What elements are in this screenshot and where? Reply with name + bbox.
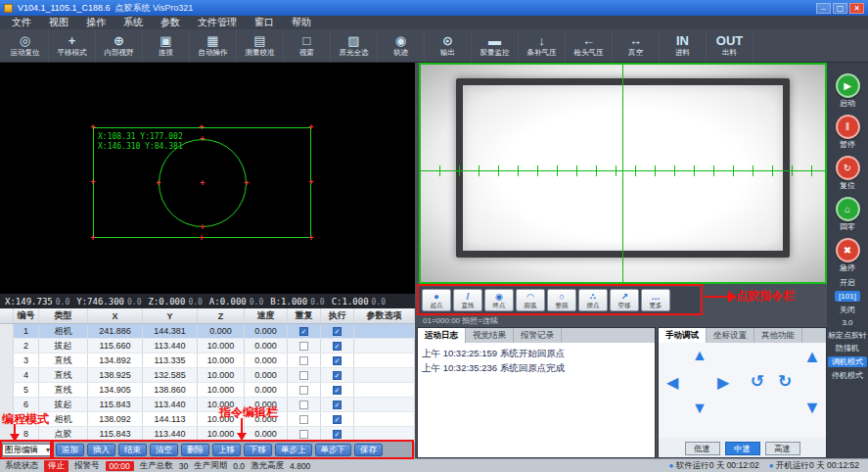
edit-button[interactable]: 结束 (118, 444, 147, 456)
side-item[interactable]: [101] (835, 291, 860, 302)
table-row[interactable]: 3直线134.892113.33510.0000.000✓ (0, 354, 415, 368)
edit-button[interactable]: 清空 (150, 444, 178, 456)
table-row[interactable]: 8点胶115.843113.44010.0000.000✓ (0, 427, 415, 442)
reset-button[interactable]: ↻ (836, 156, 860, 180)
exec-checkbox[interactable]: ✓ (333, 342, 342, 351)
instruction-button[interactable]: …更多 (641, 289, 670, 311)
log-body[interactable]: 上午 10:32:25:159 系统开始回原点上午 10:32:35:236 系… (418, 343, 655, 457)
maximize-button[interactable]: ▢ (833, 3, 847, 14)
jog-tab[interactable]: 坐标设置 (707, 328, 754, 343)
instruction-button[interactable]: ○整圆 (547, 289, 576, 311)
instruction-button[interactable]: ◠圆弧 (516, 289, 545, 311)
estop-button[interactable]: ✖ (836, 238, 860, 262)
right-camera[interactable] (419, 63, 827, 284)
instruction-button[interactable]: ∴摆点 (578, 289, 608, 311)
repeat-checkbox[interactable] (299, 415, 308, 424)
speed-button[interactable]: 中速 (725, 442, 760, 455)
table-row[interactable]: 2拔起115.660113.44010.0000.000✓ (0, 339, 415, 354)
repeat-checkbox[interactable] (299, 342, 308, 351)
exec-checkbox[interactable]: ✓ (333, 356, 342, 365)
exec-checkbox[interactable]: ✓ (333, 430, 342, 439)
table-row[interactable]: 1相机241.886144.3810.0000.000✓✓ (0, 324, 415, 339)
table-row[interactable]: 6拔起115.843113.44010.0000.000✓ (0, 398, 415, 412)
speed-button[interactable]: 高速 (765, 442, 800, 455)
glue-monitor-button[interactable]: ▬胶量监控 (472, 30, 519, 62)
log-tab[interactable]: 运动日志 (418, 328, 466, 343)
menu-item[interactable]: 文件 (3, 16, 40, 29)
instruction-button[interactable]: ●起点 (422, 289, 451, 311)
repeat-checkbox[interactable] (299, 356, 308, 365)
menu-item[interactable]: 文件管理 (189, 16, 246, 29)
instruction-button[interactable]: ◉终点 (484, 289, 514, 311)
nozzle-pressure-button[interactable]: ←枪头气压 (566, 30, 613, 62)
edit-button[interactable]: 单步上 (275, 444, 312, 456)
exec-checkbox[interactable]: ✓ (333, 327, 342, 336)
edit-button[interactable]: 删除 (181, 444, 209, 456)
repeat-checkbox[interactable] (299, 401, 308, 409)
table-row[interactable]: 5直线134.905138.86010.0000.000✓ (0, 383, 415, 398)
motion-reset-button[interactable]: ◎运动复位 (2, 30, 49, 62)
exec-checkbox[interactable]: ✓ (333, 386, 342, 395)
exec-checkbox[interactable]: ✓ (333, 415, 342, 424)
log-tab[interactable]: 视觉结果 (466, 328, 514, 343)
rotate-ccw-button[interactable]: ↺ (751, 371, 764, 392)
side-item[interactable]: 开启 (840, 278, 855, 287)
pan-mode-button[interactable]: +平移模式 (49, 30, 96, 62)
repeat-checkbox[interactable] (299, 386, 308, 395)
side-item[interactable]: 调机模式 (828, 356, 867, 367)
side-item[interactable]: 标定点胶针 (828, 331, 867, 340)
edit-button[interactable]: 下移 (244, 444, 272, 456)
menu-item[interactable]: 操作 (77, 16, 114, 29)
menu-item[interactable]: 帮助 (283, 16, 320, 29)
edit-button[interactable]: 单步下 (315, 444, 352, 456)
instruction-button[interactable]: /直线 (453, 289, 482, 311)
edit-button[interactable]: 插入 (87, 444, 115, 456)
inner-view-button[interactable]: ⊕内部视野 (96, 30, 143, 62)
feed-out-button[interactable]: OUT出料 (707, 30, 754, 62)
connect-button[interactable]: ▣连接 (143, 30, 190, 62)
repeat-checkbox[interactable] (299, 430, 308, 439)
select-all-button[interactable]: ▨原光全选 (331, 30, 378, 62)
speed-button[interactable]: 低速 (685, 442, 720, 455)
side-item[interactable]: 停机模式 (832, 371, 863, 380)
auto-run-button[interactable]: ▦自动操作 (190, 30, 237, 62)
side-item[interactable]: 防撞机 (836, 344, 859, 353)
jog-down-button[interactable]: ▼ (692, 400, 708, 417)
edit-button[interactable]: 保存 (354, 444, 383, 456)
exec-checkbox[interactable]: ✓ (333, 401, 342, 409)
viewport-button[interactable]: □视窗 (284, 30, 331, 62)
barrel-pressure-button[interactable]: ↓条补气压 (519, 30, 566, 62)
table-row[interactable]: 4直线138.925132.58510.0000.000✓ (0, 368, 415, 383)
menu-item[interactable]: 参数 (152, 16, 189, 29)
jog-up-button[interactable]: ▲ (692, 347, 708, 364)
measure-calib-button[interactable]: ▤测量校准 (237, 30, 284, 62)
vacuum-button[interactable]: ↔真空 (613, 30, 660, 62)
table-row[interactable]: 7相机138.092144.11310.0000.000✓ (0, 412, 415, 427)
menu-item[interactable]: 系统 (114, 16, 152, 29)
jog-tab[interactable]: 其他功能 (754, 328, 802, 343)
z-down-button[interactable]: ▼ (803, 398, 821, 418)
log-tab[interactable]: 报警记录 (514, 328, 562, 343)
side-item[interactable]: 关闭 (840, 306, 855, 314)
repeat-checkbox[interactable]: ✓ (299, 327, 308, 336)
jog-left-button[interactable]: ◀ (666, 373, 678, 392)
rotate-cw-button[interactable]: ↻ (778, 371, 792, 392)
instruction-button[interactable]: ↗空移 (610, 289, 639, 311)
jog-tab[interactable]: 手动调试 (659, 328, 707, 343)
exec-checkbox[interactable]: ✓ (333, 371, 342, 380)
output-button[interactable]: ⊙输出 (425, 30, 472, 62)
feed-in-button[interactable]: IN进料 (660, 30, 707, 62)
home-button[interactable]: ⌂ (836, 197, 860, 221)
menu-item[interactable]: 窗口 (246, 16, 283, 29)
z-up-button[interactable]: ▲ (803, 347, 821, 367)
left-camera[interactable]: X:108.31 Y:177.002 X:146.310 Y:84.381 ++… (0, 63, 415, 294)
menu-item[interactable]: 视图 (40, 16, 77, 29)
side-item[interactable]: 3.0 (842, 318, 852, 327)
minimize-button[interactable]: – (816, 3, 831, 14)
track-button[interactable]: ◉轨迹 (378, 30, 425, 62)
start-button[interactable]: ▶ (836, 73, 860, 98)
edit-button[interactable]: 追加 (56, 444, 84, 456)
close-button[interactable]: ✕ (849, 3, 864, 14)
pause-button[interactable]: ‖ (836, 115, 860, 139)
repeat-checkbox[interactable] (299, 371, 308, 380)
